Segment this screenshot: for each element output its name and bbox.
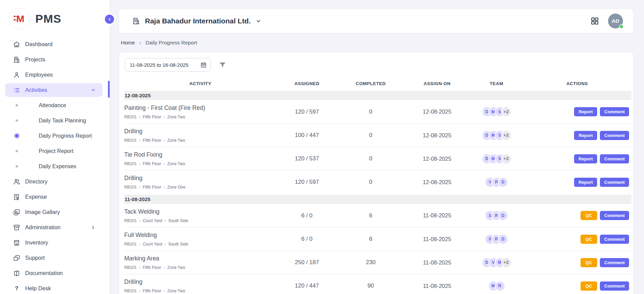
report-button[interactable]: Report <box>574 154 597 163</box>
path-item: RB101 <box>124 185 137 190</box>
user-avatar[interactable]: AD <box>608 14 623 28</box>
column-header-actions: ACTIONS <box>523 81 631 86</box>
comment-button[interactable]: Comment <box>600 281 629 291</box>
path-separator-icon: › <box>164 265 165 270</box>
comment-button[interactable]: Comment <box>600 178 629 187</box>
activity-title: Tie Rod Fixing <box>124 151 276 158</box>
sidebar-item-administration[interactable]: Administration <box>0 220 110 235</box>
team-avatar-more[interactable]: +2 <box>502 131 511 140</box>
sidebar-item-projects[interactable]: Projects <box>0 52 110 67</box>
activity-cell: DrillingRB101›Fifth Floor›Zone One <box>124 175 276 190</box>
filter-icon[interactable] <box>219 61 226 69</box>
path-item: Zone Two <box>167 289 185 293</box>
assign-on-value: 12-08-2025 <box>404 156 470 162</box>
sidebar-subitem-daily-task-planning[interactable]: Daily Task Planning <box>0 113 110 128</box>
group-rows: Painting - First Coat (Fire Red)RB101›Fi… <box>124 100 631 194</box>
path-item: RB101 <box>124 218 137 223</box>
sidebar-item-label: Image Gallary <box>25 209 60 215</box>
sidebar-subitem-label: Daily Progress Report <box>39 133 92 139</box>
sidebar-item-label: Expense <box>25 194 47 200</box>
sidebar-scrollbar-thumb[interactable] <box>108 81 110 98</box>
path-item: Fifth Floor <box>143 161 161 166</box>
comment-button[interactable]: Comment <box>600 235 629 244</box>
sidebar-item-label: Activities <box>25 87 47 93</box>
sidebar-subitem-label: Daily Task Planning <box>39 118 86 124</box>
breadcrumb-separator-icon: › <box>139 40 141 46</box>
apps-grid-icon[interactable] <box>590 17 599 25</box>
qc-button[interactable]: QC <box>581 211 597 220</box>
path-item: South Side <box>168 218 188 223</box>
sidebar-collapse-button[interactable] <box>105 15 114 24</box>
sidebar-item-help-desk[interactable]: ?Help Desk <box>0 281 110 294</box>
sidebar-item-documentation[interactable]: Documentation <box>0 266 110 281</box>
sidebar-item-directory[interactable]: Directory <box>0 174 110 189</box>
sidebar-item-label: Help Desk <box>25 285 51 292</box>
path-separator-icon: › <box>139 138 141 143</box>
comment-button[interactable]: Comment <box>600 154 629 163</box>
report-button[interactable]: Report <box>574 131 597 140</box>
breadcrumb-home[interactable]: Home <box>121 40 135 46</box>
sidebar-item-label: Directory <box>25 178 48 185</box>
sidebar-subitem-project-report[interactable]: Project Report <box>0 143 110 159</box>
date-range-input[interactable]: 11-08-2025 to 16-08-2025 <box>125 58 211 72</box>
people-icon <box>13 178 20 185</box>
team-avatar-more[interactable]: +2 <box>502 154 511 163</box>
comment-button[interactable]: Comment <box>600 131 629 140</box>
path-item: RB101 <box>124 115 137 119</box>
sidebar-item-employees[interactable]: Employees <box>0 67 110 82</box>
path-item: Fifth Floor <box>143 289 161 293</box>
sidebar-item-inventory[interactable]: Inventory <box>0 235 110 250</box>
activity-path: RB101›Fifth Floor›Zone Two <box>124 161 276 166</box>
qc-button[interactable]: QC <box>581 281 597 291</box>
comment-button[interactable]: Comment <box>600 107 629 116</box>
table-row: Tack WeldingRB101›Court Yard›South Side6… <box>124 204 631 227</box>
path-item: South Side <box>168 242 188 247</box>
sidebar-item-activities[interactable]: Activities <box>5 83 103 97</box>
sidebar-item-expense[interactable]: Expense <box>0 189 110 204</box>
company-selector[interactable]: Raja Bahadur International Ltd. <box>132 17 261 25</box>
sidebar-subitem-label: Project Report <box>39 148 73 154</box>
qc-button[interactable]: QC <box>581 258 597 267</box>
table-row: DrillingRB101›Fifth Floor›Zone Two120 / … <box>124 274 631 294</box>
book-icon <box>13 270 20 277</box>
report-button[interactable]: Report <box>574 178 597 187</box>
assign-on-value: 11-08-2025 <box>404 236 470 242</box>
team-avatar-more[interactable]: +2 <box>502 258 511 267</box>
comment-button[interactable]: Comment <box>600 258 629 267</box>
date-range-value: 11-08-2025 to 16-08-2025 <box>130 62 188 68</box>
assigned-value: 120 / 537 <box>276 155 337 162</box>
team-cell: DMS+2 <box>470 154 523 163</box>
report-button[interactable]: Report <box>574 107 597 116</box>
online-status-dot <box>619 24 624 29</box>
activity-cell: Full WeldingRB101›Court Yard›South Side <box>124 232 276 247</box>
sidebar-subitem-daily-progress-report[interactable]: Daily Progress Report <box>0 128 110 143</box>
team-avatar: D <box>498 178 508 187</box>
sidebar-item-dashboard[interactable]: Dashboard <box>0 37 110 52</box>
team-cell: DMS+2 <box>470 107 523 116</box>
sidebar-item-support[interactable]: Support <box>0 250 110 266</box>
team-avatar-more[interactable]: +2 <box>502 107 511 116</box>
activity-cell: DrillingRB101›Fifth Floor›Zone Two <box>124 278 276 293</box>
filter-row: 11-08-2025 to 16-08-2025 <box>124 58 631 72</box>
qc-button[interactable]: QC <box>581 235 597 244</box>
path-item: Fifth Floor <box>143 115 161 119</box>
sidebar-item-image-gallary[interactable]: Image Gallary <box>0 204 110 220</box>
building-icon <box>13 56 20 63</box>
path-item: RB101 <box>124 242 137 247</box>
sidebar-subitem-attendance[interactable]: Attendance <box>0 98 110 113</box>
table-row: Tie Rod FixingRB101›Fifth Floor›Zone Two… <box>124 147 631 170</box>
activity-path: RB101›Fifth Floor›Zone Two <box>124 289 276 293</box>
logo: M PMS <box>0 0 110 35</box>
column-header-completed: COMPLETED <box>337 81 404 86</box>
column-header-activity: ACTIVITY <box>124 81 276 86</box>
path-separator-icon: › <box>164 185 165 190</box>
actions-cell: QCComment <box>523 211 631 220</box>
completed-value: 90 <box>337 282 404 289</box>
invoice-icon <box>13 193 20 201</box>
comment-button[interactable]: Comment <box>600 211 629 220</box>
team-avatar: D <box>498 235 508 244</box>
path-separator-icon: › <box>165 242 166 247</box>
sidebar-subitem-daily-expenses[interactable]: Daily Expenses <box>0 159 110 174</box>
avatar-initials: AD <box>612 18 619 24</box>
sidebar-subitem-label: Attendance <box>39 102 66 109</box>
